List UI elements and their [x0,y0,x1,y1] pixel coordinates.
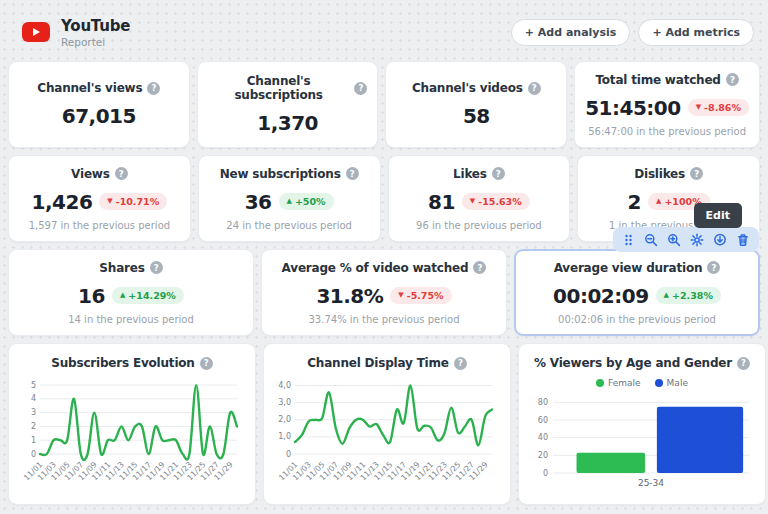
metric-value: 2 [628,190,641,214]
metric-card-views[interactable]: Views 1,426 ▼ -10.71% 1,597 in the previ… [8,155,191,242]
trend-delta: +2.38% [672,290,713,301]
add-metrics-button[interactable]: + Add metrics [638,19,754,46]
svg-text:5: 5 [31,381,36,390]
trend-arrow-icon: ▲ [664,292,669,299]
metrics-row-3: Shares 16 ▲ +14.29% 14 in the previous p… [8,249,760,336]
help-icon[interactable] [147,82,160,95]
help-icon[interactable] [150,261,163,274]
trend-delta: +50% [295,196,326,207]
help-icon[interactable] [346,167,359,180]
viewers-age-gender-bar-chart: 02040608025-34 [529,392,755,490]
help-icon[interactable] [726,73,739,86]
metric-value: 67,015 [62,104,136,128]
svg-text:4,0: 4,0 [278,381,291,390]
svg-text:3: 3 [31,408,36,417]
header: YouTube Reportei + Add analysis + Add me… [8,8,760,54]
metric-label: New subscriptions [220,167,341,181]
metric-card-channels-videos[interactable]: Channel's videos 58 [385,61,567,148]
trend-arrow-icon: ▲ [287,198,292,205]
channel-display-time-card[interactable]: Channel Display Time 01,02,03,04,011/011… [263,343,511,505]
previous-period: 24 in the previous period [226,220,352,231]
chart-title-label: % Viewers by Age and Gender [534,356,732,370]
svg-text:0: 0 [543,469,548,478]
metric-title: Likes [453,167,505,181]
dashboard-page: YouTube Reportei + Add analysis + Add me… [0,0,768,514]
chart-title: Channel Display Time [307,356,467,370]
metric-value: 1,426 [32,190,93,214]
help-icon[interactable] [690,167,703,180]
download-icon[interactable] [713,233,727,247]
trend-arrow-icon: ▼ [398,292,403,299]
metric-card-shares[interactable]: Shares 16 ▲ +14.29% 14 in the previous p… [8,249,254,336]
header-actions: + Add analysis + Add metrics [511,19,754,46]
trend-arrow-icon: ▲ [656,198,661,205]
help-icon[interactable] [454,357,467,370]
subscribers-evolution-card[interactable]: Subscribers Evolution 01234511/0111/0311… [8,343,256,505]
widget-toolbar [613,227,759,252]
help-icon[interactable] [528,82,541,95]
svg-text:20: 20 [538,451,548,460]
previous-period: 56:47:00 in the previous period [588,126,746,137]
viewers-age-gender-card[interactable]: % Viewers by Age and Gender Female Male … [518,343,766,505]
metric-title: Channel's videos [412,81,541,95]
help-icon[interactable] [473,261,486,274]
metric-label: Shares [99,261,144,275]
zoom-in-icon[interactable] [667,233,681,247]
metric-card-channels-views[interactable]: Channel's views 67,015 [8,61,190,148]
legend-label: Female [608,378,641,388]
svg-text:4: 4 [31,394,36,403]
metric-card-total-time-watched[interactable]: Total time watched 51:45:00 ▼ -8.86% 56:… [574,61,760,148]
metric-card-average-percent-watched[interactable]: Average % of video watched 31.8% ▼ -5.75… [261,249,507,336]
trend-badge: ▼ -8.86% [688,99,749,116]
trend-delta: -8.86% [704,102,741,113]
previous-period: 14 in the previous period [68,314,194,325]
metric-value: 31.8% [316,284,383,308]
add-analysis-button[interactable]: + Add analysis [511,19,631,46]
trend-arrow-icon: ▲ [120,292,125,299]
metric-card-likes[interactable]: Likes 81 ▼ -15.63% 96 in the previous pe… [388,155,571,242]
settings-gear-icon[interactable] [690,233,704,247]
legend-item-female[interactable]: Female [596,378,641,388]
help-icon[interactable] [200,357,213,370]
female-legend-dot-icon [596,379,604,387]
subscribers-evolution-line-chart: 01234511/0111/0311/0511/0711/0911/1111/1… [19,376,245,490]
legend-label: Male [667,378,688,388]
metric-card-new-subscriptions[interactable]: New subscriptions 36 ▲ +50% 24 in the pr… [198,155,381,242]
drag-handle-icon[interactable] [622,233,635,247]
edit-tooltip: Edit [694,203,742,228]
svg-text:60: 60 [538,416,548,425]
trend-delta: +14.29% [128,290,176,301]
metric-value: 1,370 [257,111,318,135]
channel-display-time-line-chart: 01,02,03,04,011/0111/0311/0511/0711/0911… [274,376,500,490]
svg-text:2: 2 [31,422,36,431]
trend-arrow-icon: ▼ [107,198,112,205]
metric-card-average-view-duration[interactable]: Average view duration 00:02:09 ▲ +2.38% … [514,249,760,336]
zoom-out-icon[interactable] [644,233,658,247]
trend-badge: ▲ +50% [279,193,334,210]
metric-title: Channel's views [37,81,160,95]
page-title: YouTube [61,17,130,35]
trend-delta: -5.75% [407,290,444,301]
help-icon[interactable] [354,82,367,95]
metric-card-channels-subscriptions[interactable]: Channel's subscriptions 1,370 [197,61,379,148]
chart-title: Subscribers Evolution [51,356,212,370]
legend-item-male[interactable]: Male [655,378,688,388]
metric-title: Total time watched [595,73,738,87]
trash-icon[interactable] [736,233,750,247]
help-icon[interactable] [737,357,750,370]
help-icon[interactable] [707,261,720,274]
metric-title: Channel's subscriptions [208,74,368,102]
svg-text:25-34: 25-34 [638,478,664,488]
trend-delta: -15.63% [478,196,522,207]
metric-value: 81 [428,190,455,214]
youtube-logo-icon [22,22,50,42]
metric-title: Average view duration [554,261,721,275]
help-icon[interactable] [115,167,128,180]
help-icon[interactable] [492,167,505,180]
metric-title: Dislikes [634,167,703,181]
trend-arrow-icon: ▼ [696,104,701,111]
male-legend-dot-icon [655,379,663,387]
metric-title: Views [71,167,128,181]
metric-label: Views [71,167,110,181]
trend-arrow-icon: ▼ [470,198,475,205]
